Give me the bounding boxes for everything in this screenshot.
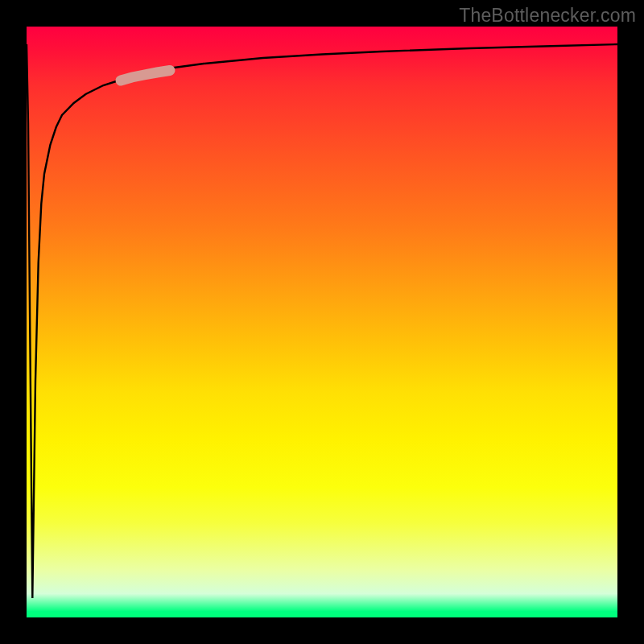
bottleneck-curve xyxy=(27,44,617,598)
chart-svg xyxy=(27,27,617,617)
chart-container: TheBottlenecker.com xyxy=(0,0,644,644)
watermark-text: TheBottlenecker.com xyxy=(459,5,636,27)
highlight-segment xyxy=(121,71,170,81)
